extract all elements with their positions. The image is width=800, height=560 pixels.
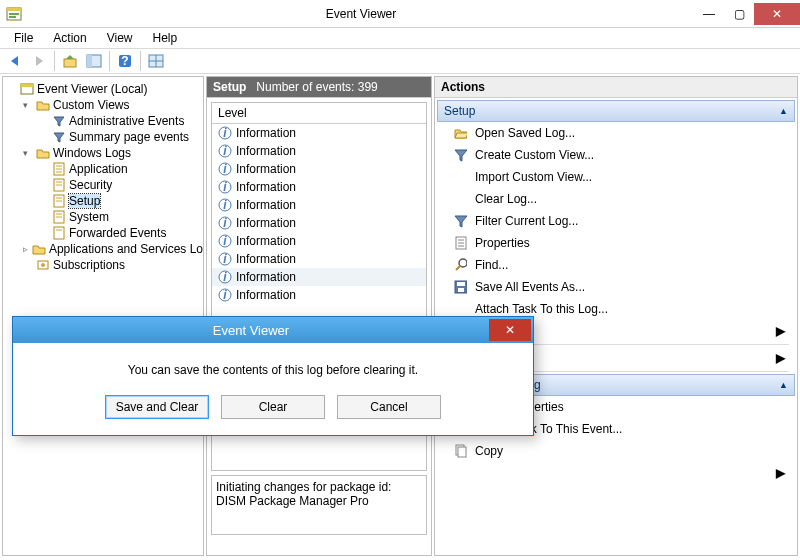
- log-icon: [52, 162, 66, 176]
- event-row[interactable]: iInformation: [212, 142, 426, 160]
- tree-windows-logs[interactable]: ▾Windows Logs: [23, 145, 203, 161]
- event-row[interactable]: iInformation: [212, 160, 426, 178]
- log-icon: [52, 178, 66, 192]
- svg-rect-66: [458, 447, 466, 457]
- tree-root[interactable]: Event Viewer (Local): [7, 81, 203, 97]
- info-icon: i: [218, 234, 232, 248]
- actions-group-setup[interactable]: Setup▲: [437, 100, 795, 122]
- action-create-custom-view[interactable]: Create Custom View...: [437, 144, 795, 166]
- filter-icon: [453, 148, 467, 162]
- tree-setup[interactable]: Setup: [39, 193, 203, 209]
- event-level: Information: [236, 162, 296, 176]
- event-level: Information: [236, 198, 296, 212]
- show-hide-tree-button[interactable]: [83, 50, 105, 72]
- svg-line-56: [456, 266, 460, 270]
- menubar: File Action View Help: [0, 28, 800, 48]
- toolbar: ?: [0, 48, 800, 74]
- tree-system[interactable]: System: [39, 209, 203, 225]
- cancel-button[interactable]: Cancel: [337, 395, 441, 419]
- event-row[interactable]: iInformation: [212, 178, 426, 196]
- nav-back-button[interactable]: [4, 50, 26, 72]
- action-save-all-events-as[interactable]: Save All Events As...: [437, 276, 795, 298]
- tree-subscriptions[interactable]: Subscriptions: [23, 257, 203, 273]
- dialog-titlebar[interactable]: Event Viewer ✕: [13, 317, 533, 343]
- action-copy[interactable]: Copy: [437, 440, 795, 462]
- action-label: Filter Current Log...: [475, 214, 578, 228]
- blank-icon: [453, 170, 467, 184]
- svg-rect-59: [458, 288, 464, 292]
- action-label: Open Saved Log...: [475, 126, 575, 140]
- help-button[interactable]: ?: [114, 50, 136, 72]
- event-level: Information: [236, 234, 296, 248]
- tree-apps-services[interactable]: ▹Applications and Services Lo: [23, 241, 203, 257]
- tree-forwarded[interactable]: Forwarded Events: [39, 225, 203, 241]
- event-row[interactable]: iInformation: [212, 250, 426, 268]
- info-icon: i: [218, 162, 232, 176]
- svg-rect-13: [21, 84, 33, 87]
- nav-forward-button[interactable]: [28, 50, 50, 72]
- actions-title: Actions: [435, 77, 797, 98]
- info-icon: i: [218, 270, 232, 284]
- menu-action[interactable]: Action: [45, 29, 94, 47]
- minimize-button[interactable]: —: [694, 3, 724, 25]
- clear-log-dialog: Event Viewer ✕ You can save the contents…: [12, 316, 534, 436]
- tree-admin-events[interactable]: Administrative Events: [39, 113, 203, 129]
- tree-summary-events[interactable]: Summary page events: [39, 129, 203, 145]
- props-icon: [453, 236, 467, 250]
- action-find[interactable]: Find...: [437, 254, 795, 276]
- up-level-button[interactable]: [59, 50, 81, 72]
- event-level: Information: [236, 270, 296, 284]
- log-icon: [52, 194, 66, 208]
- menu-file[interactable]: File: [6, 29, 41, 47]
- collapse-icon: ▲: [779, 380, 788, 390]
- nav-tree[interactable]: Event Viewer (Local) ▾Custom Views Admin…: [3, 77, 203, 539]
- event-row[interactable]: iInformation: [212, 124, 426, 142]
- info-icon: i: [218, 252, 232, 266]
- tree-custom-views[interactable]: ▾Custom Views: [23, 97, 203, 113]
- svg-rect-3: [9, 16, 16, 18]
- close-button[interactable]: ✕: [754, 3, 800, 25]
- svg-rect-1: [7, 8, 21, 11]
- log-icon: [52, 226, 66, 240]
- menu-help[interactable]: Help: [145, 29, 186, 47]
- pane-layout-button[interactable]: [145, 50, 167, 72]
- blank-icon: [453, 192, 467, 206]
- action-filter-current-log[interactable]: Filter Current Log...: [437, 210, 795, 232]
- event-row[interactable]: iInformation: [212, 286, 426, 304]
- info-icon: i: [218, 144, 232, 158]
- action-arrow-3[interactable]: ▶: [437, 462, 795, 484]
- action-label: Create Custom View...: [475, 148, 594, 162]
- window-title: Event Viewer: [28, 7, 694, 21]
- events-hscroll[interactable]: [207, 539, 431, 555]
- event-detail: Initiating changes for package id: DISM …: [211, 475, 427, 535]
- events-header: Setup Number of events: 399: [207, 77, 431, 98]
- save-and-clear-button[interactable]: Save and Clear: [105, 395, 209, 419]
- clear-button[interactable]: Clear: [221, 395, 325, 419]
- action-open-saved-log[interactable]: Open Saved Log...: [437, 122, 795, 144]
- action-label: Save All Events As...: [475, 280, 585, 294]
- event-row[interactable]: iInformation: [212, 232, 426, 250]
- event-row[interactable]: iInformation: [212, 214, 426, 232]
- maximize-button[interactable]: ▢: [724, 3, 754, 25]
- action-properties[interactable]: Properties: [437, 232, 795, 254]
- event-row[interactable]: iInformation: [212, 196, 426, 214]
- svg-rect-2: [9, 13, 19, 15]
- tree-hscroll[interactable]: [3, 539, 203, 555]
- folder-icon: [32, 242, 46, 256]
- svg-rect-4: [64, 59, 76, 67]
- dialog-close-button[interactable]: ✕: [489, 319, 531, 341]
- filter-icon: [453, 214, 467, 228]
- svg-text:?: ?: [121, 54, 128, 68]
- action-label: Copy: [475, 444, 503, 458]
- action-clear-log[interactable]: Clear Log...: [437, 188, 795, 210]
- column-header-level[interactable]: Level: [212, 103, 426, 124]
- tree-security[interactable]: Security: [39, 177, 203, 193]
- folder-icon: [36, 146, 50, 160]
- titlebar: Event Viewer — ▢ ✕: [0, 0, 800, 28]
- action-import-custom-view[interactable]: Import Custom View...: [437, 166, 795, 188]
- tree-application[interactable]: Application: [39, 161, 203, 177]
- menu-view[interactable]: View: [99, 29, 141, 47]
- event-row[interactable]: iInformation: [212, 268, 426, 286]
- svg-point-30: [41, 263, 45, 267]
- filter-icon: [52, 114, 66, 128]
